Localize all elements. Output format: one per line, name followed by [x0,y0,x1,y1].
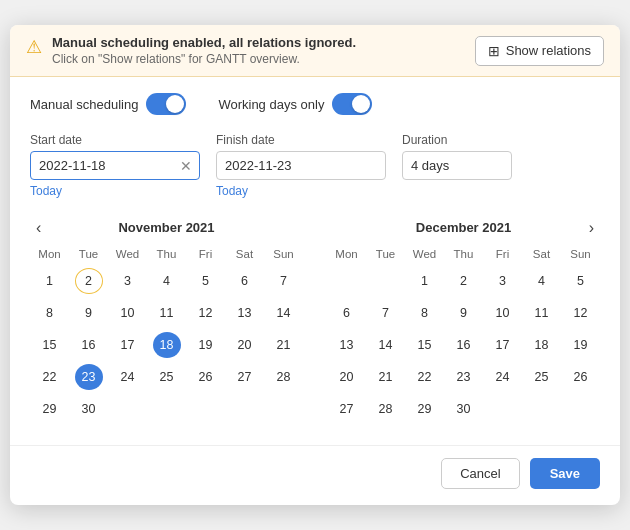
november-grid: MonTueWedThuFriSatSun 123456789101112131… [30,245,303,425]
duration-label: Duration [402,133,512,147]
day-cell[interactable]: 23 [75,364,103,390]
next-month-button[interactable]: › [583,217,600,239]
finish-date-input[interactable] [216,151,386,180]
day-cell[interactable]: 27 [333,396,361,422]
table-row: 7 [264,265,303,297]
day-cell[interactable]: 21 [372,364,400,390]
table-row [186,393,225,425]
day-cell[interactable]: 11 [153,300,181,326]
day-cell[interactable]: 7 [372,300,400,326]
day-cell[interactable]: 29 [36,396,64,422]
december-days-header: MonTueWedThuFriSatSun [327,245,600,265]
table-row: 28 [366,393,405,425]
day-cell[interactable]: 24 [489,364,517,390]
calendar-week-row: 13141516171819 [327,329,600,361]
day-header-mon: Mon [327,245,366,265]
cancel-button[interactable]: Cancel [441,458,519,489]
day-cell[interactable]: 18 [153,332,181,358]
table-row: 10 [108,297,147,329]
prev-month-button[interactable]: ‹ [30,217,47,239]
day-cell: 13 [231,300,259,326]
day-cell[interactable]: 2 [75,268,103,294]
day-cell[interactable]: 25 [153,364,181,390]
day-cell[interactable]: 30 [450,396,478,422]
day-header-sun: Sun [264,245,303,265]
day-cell[interactable]: 9 [75,300,103,326]
day-header-thu: Thu [444,245,483,265]
day-cell[interactable]: 14 [372,332,400,358]
table-row: 4 [522,265,561,297]
day-cell[interactable]: 1 [411,268,439,294]
manual-scheduling-toggle[interactable] [146,93,186,115]
day-cell[interactable]: 15 [36,332,64,358]
table-row: 15 [405,329,444,361]
day-cell[interactable]: 29 [411,396,439,422]
start-date-input-wrap: ✕ [30,151,200,180]
day-cell[interactable]: 24 [114,364,142,390]
manual-scheduling-label: Manual scheduling [30,97,138,112]
day-cell: 4 [528,268,556,294]
table-row [327,265,366,297]
day-cell[interactable]: 19 [192,332,220,358]
day-cell[interactable]: 30 [75,396,103,422]
start-date-input[interactable] [30,151,200,180]
day-cell[interactable]: 6 [333,300,361,326]
day-cell[interactable]: 17 [489,332,517,358]
day-cell: 6 [231,268,259,294]
day-cell[interactable]: 4 [153,268,181,294]
table-row: 16 [444,329,483,361]
table-row: 13 [327,329,366,361]
working-days-toggle[interactable] [332,93,372,115]
day-cell[interactable]: 16 [75,332,103,358]
day-cell[interactable]: 2 [450,268,478,294]
december-body: 1234567891011121314151617181920212223242… [327,265,600,425]
day-cell[interactable]: 22 [411,364,439,390]
day-cell[interactable]: 1 [36,268,64,294]
day-cell[interactable]: 3 [114,268,142,294]
start-date-clear-button[interactable]: ✕ [178,159,194,173]
day-cell[interactable]: 26 [192,364,220,390]
day-header-tue: Tue [69,245,108,265]
table-row: 30 [444,393,483,425]
november-header: ‹ November 2021 [30,220,303,235]
day-cell[interactable]: 8 [36,300,64,326]
day-cell[interactable]: 22 [36,364,64,390]
day-cell[interactable]: 15 [411,332,439,358]
day-cell: 20 [231,332,259,358]
finish-today-link[interactable]: Today [216,184,248,198]
day-cell[interactable]: 10 [114,300,142,326]
start-today-link[interactable]: Today [30,184,62,198]
day-cell[interactable]: 20 [333,364,361,390]
day-cell[interactable]: 12 [192,300,220,326]
day-cell[interactable]: 10 [489,300,517,326]
day-cell[interactable]: 23 [450,364,478,390]
day-cell[interactable]: 17 [114,332,142,358]
show-relations-label: Show relations [506,43,591,58]
save-button[interactable]: Save [530,458,600,489]
day-cell[interactable]: 13 [333,332,361,358]
calendar-week-row: 2930 [30,393,303,425]
finish-date-field: Finish date [216,133,386,180]
day-cell[interactable]: 8 [411,300,439,326]
table-row: 25 [147,361,186,393]
table-row: 25 [522,361,561,393]
day-header-wed: Wed [405,245,444,265]
day-cell[interactable]: 3 [489,268,517,294]
day-cell[interactable]: 28 [372,396,400,422]
banner-text: Manual scheduling enabled, all relations… [52,35,356,66]
day-cell: 28 [270,364,298,390]
day-cell[interactable]: 9 [450,300,478,326]
table-row: 15 [30,329,69,361]
day-header-tue: Tue [366,245,405,265]
table-row: 14 [264,297,303,329]
day-cell[interactable]: 16 [450,332,478,358]
show-relations-button[interactable]: ⊞ Show relations [475,36,604,66]
day-cell[interactable]: 5 [192,268,220,294]
table-row [147,393,186,425]
calendars-row: ‹ November 2021 MonTueWedThuFriSatSun 12… [30,220,600,425]
duration-input[interactable] [402,151,512,180]
table-row: 24 [483,361,522,393]
gantt-icon: ⊞ [488,43,500,59]
day-cell: 27 [231,364,259,390]
dialog-footer: Cancel Save [10,445,620,505]
